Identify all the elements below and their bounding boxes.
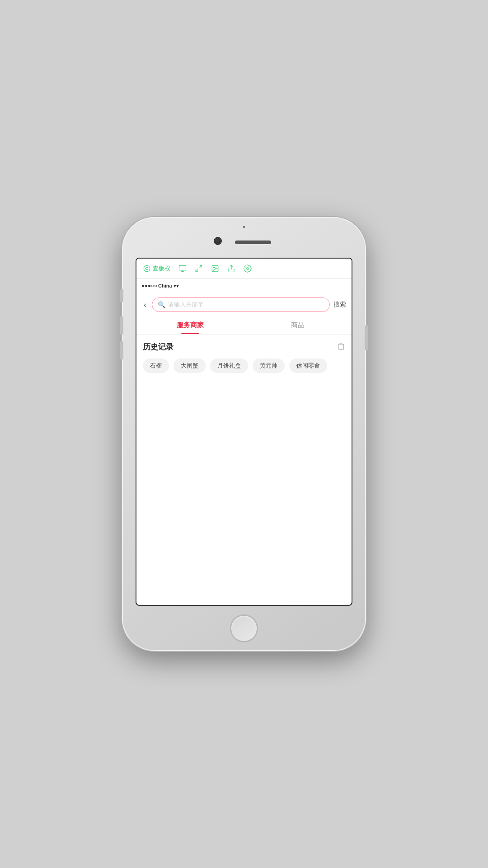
earpiece bbox=[235, 241, 271, 244]
tag-dazhaxie[interactable]: 大闸蟹 bbox=[174, 359, 206, 373]
tab-merchants[interactable]: 服务商家 bbox=[136, 316, 244, 334]
picture-icon bbox=[211, 264, 219, 273]
speaker bbox=[243, 226, 245, 228]
tag-xiuxian[interactable]: 休闲零食 bbox=[289, 359, 327, 373]
status-bar: China ▾▾ bbox=[136, 278, 352, 293]
screen-content: 历史记录 石榴 大闸蟹 月饼礼盒 bbox=[136, 335, 352, 375]
phone-frame: 查版权 bbox=[122, 217, 366, 651]
share-icon bbox=[227, 264, 235, 273]
tag-shiliu[interactable]: 石榴 bbox=[143, 359, 169, 373]
monitor-icon bbox=[178, 264, 187, 273]
search-input-wrap[interactable]: 🔍 请输入关键字 bbox=[152, 297, 330, 312]
signal-dot-5 bbox=[155, 285, 157, 287]
history-title: 历史记录 bbox=[143, 342, 174, 352]
svg-line-4 bbox=[200, 265, 202, 268]
volume-up-button bbox=[120, 316, 123, 335]
settings-icon bbox=[244, 264, 252, 273]
toolbar-share[interactable] bbox=[225, 263, 238, 274]
search-icon: 🔍 bbox=[158, 301, 165, 308]
tag-huangyuanshuai[interactable]: 黄元帅 bbox=[253, 359, 285, 373]
wifi-icon: ▾▾ bbox=[174, 283, 179, 289]
back-button[interactable]: ‹ bbox=[142, 299, 148, 311]
signal-dots bbox=[142, 285, 157, 287]
copyright-label: 查版权 bbox=[153, 264, 170, 273]
search-placeholder: 请输入关键字 bbox=[168, 301, 203, 309]
tag-yuebing[interactable]: 月饼礼盒 bbox=[210, 359, 248, 373]
signal-dot-3 bbox=[148, 285, 150, 287]
svg-line-5 bbox=[196, 269, 198, 271]
svg-point-7 bbox=[213, 267, 214, 268]
signal-dot-1 bbox=[142, 285, 144, 287]
toolbar-picture[interactable] bbox=[208, 263, 222, 274]
svg-point-0 bbox=[144, 265, 150, 272]
status-left: China ▾▾ bbox=[142, 283, 179, 289]
home-button[interactable] bbox=[231, 616, 257, 641]
power-button bbox=[365, 326, 368, 350]
signal-dot-2 bbox=[145, 285, 147, 287]
svg-rect-1 bbox=[179, 265, 186, 270]
toolbar-monitor[interactable] bbox=[176, 263, 189, 274]
carrier-label: China bbox=[158, 283, 172, 288]
app-toolbar: 查版权 bbox=[136, 259, 352, 278]
delete-history-button[interactable] bbox=[337, 342, 345, 352]
search-bar: ‹ 🔍 请输入关键字 搜索 bbox=[136, 293, 352, 316]
volume-down-button bbox=[120, 341, 123, 359]
search-button[interactable]: 搜索 bbox=[333, 301, 346, 309]
tab-products[interactable]: 商品 bbox=[244, 316, 352, 334]
toolbar-settings[interactable] bbox=[241, 263, 254, 274]
toolbar-copyright[interactable]: 查版权 bbox=[140, 263, 173, 274]
tabs: 服务商家 商品 bbox=[136, 316, 352, 335]
toolbar-expand[interactable] bbox=[192, 263, 206, 274]
camera bbox=[215, 238, 221, 244]
trash-icon bbox=[337, 342, 345, 350]
svg-point-9 bbox=[247, 267, 249, 269]
signal-dot-4 bbox=[151, 285, 154, 287]
tags-area: 石榴 大闸蟹 月饼礼盒 黄元帅 休闲零食 bbox=[136, 357, 352, 375]
copyright-icon bbox=[143, 264, 151, 273]
expand-icon bbox=[195, 264, 203, 273]
history-header: 历史记录 bbox=[136, 335, 352, 357]
mute-button bbox=[120, 289, 123, 302]
phone-screen: 查版权 bbox=[136, 258, 352, 606]
